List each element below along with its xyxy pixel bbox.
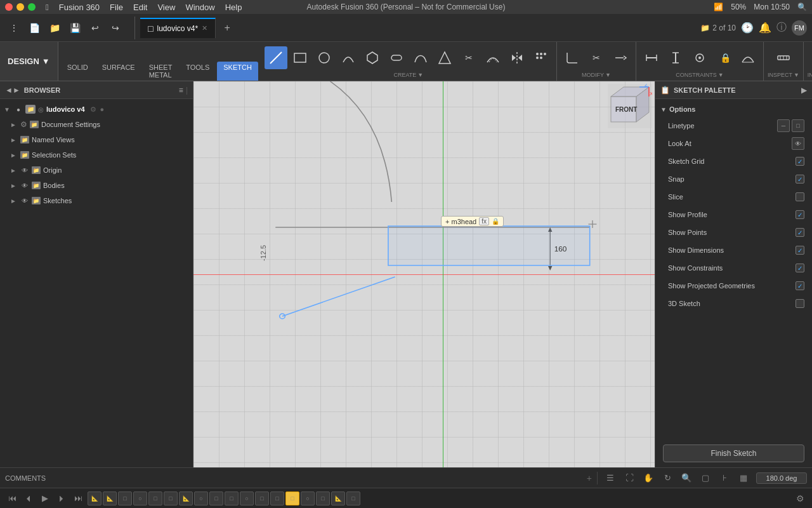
tangent-constraint[interactable] bbox=[737, 46, 759, 69]
canvas-area[interactable]: 160 + m3head fx 🔒 -12.5 FRONT Z X bbox=[193, 81, 655, 467]
show-profile-checkbox[interactable] bbox=[796, 210, 804, 219]
circle-tool[interactable] bbox=[313, 46, 336, 69]
minimize-button[interactable] bbox=[16, 3, 24, 11]
apps-icon[interactable]: ⋮ bbox=[5, 19, 23, 37]
tree-selection-sets[interactable]: ► 📁 Selection Sets bbox=[0, 147, 193, 163]
nav-cube[interactable]: FRONT Z X bbox=[608, 84, 652, 128]
tl-item-16[interactable]: □ bbox=[316, 491, 330, 505]
redo-icon[interactable]: ↪ bbox=[107, 19, 124, 37]
maximize-button[interactable] bbox=[28, 3, 36, 11]
fit-screen-icon[interactable]: ⛶ bbox=[622, 471, 637, 486]
save-icon[interactable]: 💾 bbox=[66, 19, 84, 37]
tl-item-6[interactable]: □ bbox=[164, 491, 178, 505]
search-icon[interactable]: 🔍 bbox=[797, 3, 807, 11]
pattern-tool[interactable] bbox=[530, 46, 553, 69]
timeline-play[interactable]: ▶ bbox=[38, 491, 52, 505]
tab-tools[interactable]: TOOLS bbox=[180, 62, 216, 81]
offset-tool[interactable] bbox=[481, 46, 504, 69]
mirror-tool[interactable] bbox=[506, 46, 528, 69]
named-views-expand[interactable]: ► bbox=[9, 135, 18, 144]
menu-view[interactable]: View bbox=[157, 3, 175, 12]
menu-apple[interactable]:  bbox=[46, 3, 49, 12]
bodies-expand[interactable]: ► bbox=[9, 181, 18, 190]
show-dimensions-checkbox[interactable] bbox=[796, 246, 804, 255]
display-mode-icon[interactable]: ▢ bbox=[698, 471, 713, 486]
rectangle-tool[interactable] bbox=[289, 46, 311, 69]
open-file-icon[interactable]: 📁 bbox=[46, 19, 63, 37]
tl-item-9[interactable]: □ bbox=[209, 491, 223, 505]
tl-item-8[interactable]: ○ bbox=[194, 491, 208, 505]
pan-icon[interactable]: ✋ bbox=[641, 471, 656, 486]
root-visibility-icon[interactable]: ● bbox=[14, 105, 23, 114]
menu-edit[interactable]: Edit bbox=[133, 3, 147, 12]
lookat-icon[interactable]: 👁 bbox=[792, 137, 804, 150]
origin-expand[interactable]: ► bbox=[9, 166, 18, 175]
bodies-eye-icon[interactable]: 👁 bbox=[20, 182, 29, 189]
linetype-normal[interactable]: ─ bbox=[777, 119, 790, 132]
sketches-expand[interactable]: ► bbox=[9, 196, 18, 205]
timeline-next[interactable]: ⏵ bbox=[55, 491, 69, 505]
measure-tool[interactable] bbox=[772, 46, 795, 69]
linetype-construction[interactable]: □ bbox=[792, 119, 804, 132]
tree-document-settings[interactable]: ► ⚙ 📁 Document Settings bbox=[0, 117, 193, 132]
tl-item-18[interactable]: □ bbox=[346, 491, 360, 505]
notification-icon[interactable]: 🔔 bbox=[759, 22, 771, 34]
new-tab-button[interactable]: + bbox=[218, 19, 236, 37]
tl-item-17[interactable]: 📐 bbox=[331, 491, 345, 505]
profile-icon[interactable]: FM bbox=[792, 20, 807, 36]
close-button[interactable] bbox=[5, 3, 13, 11]
comments-plus-icon[interactable]: + bbox=[587, 473, 592, 483]
root-expand-icon[interactable]: ▼ bbox=[3, 105, 11, 114]
arc-tool[interactable] bbox=[337, 46, 360, 69]
traffic-lights[interactable] bbox=[5, 3, 36, 11]
tab-sheet-metal[interactable]: SHEET METAL bbox=[143, 62, 178, 81]
tl-item-12[interactable]: □ bbox=[255, 491, 269, 505]
trim-tool[interactable]: ✂ bbox=[457, 46, 480, 69]
timeline-end[interactable]: ⏭ bbox=[71, 491, 85, 505]
design-button[interactable]: DESIGN ▼ bbox=[0, 42, 58, 81]
grid-display-icon[interactable]: ⊦ bbox=[717, 471, 732, 486]
tl-item-4[interactable]: ○ bbox=[133, 491, 147, 505]
polygon-tool[interactable] bbox=[361, 46, 384, 69]
tab-surface[interactable]: SURFACE bbox=[96, 62, 141, 81]
doc-expand[interactable]: ► bbox=[9, 120, 18, 129]
zoom-fit-icon[interactable]: 🔍 bbox=[679, 471, 694, 486]
root-settings-icon[interactable]: ⚙ bbox=[90, 105, 96, 114]
browser-collapse-icon[interactable]: ◄► bbox=[5, 86, 20, 95]
conic-tool[interactable] bbox=[433, 46, 456, 69]
tl-item-3[interactable]: □ bbox=[118, 491, 132, 505]
lock-constraint[interactable]: 🔒 bbox=[712, 46, 735, 69]
tree-root[interactable]: ▼ ● 📁 ◎ ludovico v4 ⚙ ● bbox=[0, 102, 193, 117]
new-file-icon[interactable]: 📄 bbox=[25, 19, 43, 37]
trim-modify-tool[interactable]: ✂ bbox=[585, 46, 608, 69]
tl-item-2[interactable]: 📐 bbox=[103, 491, 117, 505]
tab-close-icon[interactable]: ✕ bbox=[202, 24, 207, 32]
tl-item-10[interactable]: □ bbox=[225, 491, 239, 505]
history-icon[interactable]: 🕑 bbox=[741, 22, 754, 34]
selection-sets-expand[interactable]: ► bbox=[9, 150, 18, 159]
tl-item-5[interactable]: □ bbox=[148, 491, 162, 505]
palette-expand-arrow[interactable]: ▶ bbox=[801, 86, 807, 95]
palette-section-header[interactable]: ▼ Options bbox=[655, 102, 812, 117]
tl-item-11[interactable]: ○ bbox=[240, 491, 254, 505]
show-points-checkbox[interactable] bbox=[796, 228, 804, 237]
tl-item-7[interactable]: 📐 bbox=[179, 491, 193, 505]
menu-help[interactable]: Help bbox=[225, 3, 242, 12]
timeline-prev[interactable]: ⏴ bbox=[22, 491, 36, 505]
3d-sketch-checkbox[interactable] bbox=[796, 299, 804, 308]
spline-tool[interactable] bbox=[409, 46, 432, 69]
viewport-select-icon[interactable]: ☰ bbox=[603, 471, 618, 486]
dimension-fx-button[interactable]: fx bbox=[479, 217, 489, 225]
tab-sketch[interactable]: SKETCH bbox=[217, 62, 258, 81]
sketches-eye-icon[interactable]: 👁 bbox=[20, 197, 29, 204]
tl-item-14[interactable]: □ bbox=[285, 491, 299, 505]
dimension-label[interactable]: + m3head fx 🔒 bbox=[441, 216, 504, 227]
tab-solid[interactable]: SOLID bbox=[61, 62, 95, 81]
slice-checkbox[interactable] bbox=[796, 192, 804, 201]
horizontal-constraint[interactable] bbox=[640, 46, 663, 69]
tl-item-13[interactable]: □ bbox=[270, 491, 284, 505]
menu-fusion[interactable]: Fusion 360 bbox=[59, 3, 100, 12]
orbit-icon[interactable]: ↻ bbox=[660, 471, 675, 486]
timeline-start[interactable]: ⏮ bbox=[5, 491, 19, 505]
tl-item-15[interactable]: ○ bbox=[301, 491, 315, 505]
